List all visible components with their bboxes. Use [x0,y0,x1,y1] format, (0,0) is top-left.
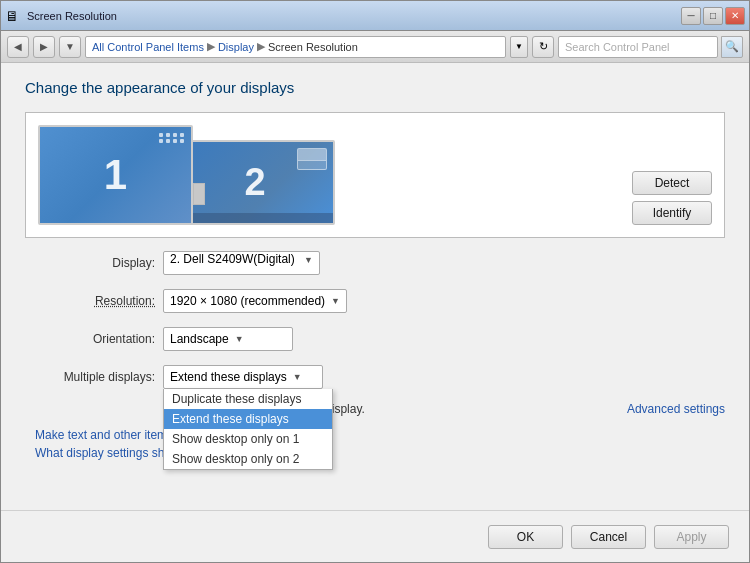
display-label: Display: [25,256,155,270]
close-button[interactable]: ✕ [725,7,745,25]
monitor-2-number: 2 [244,161,265,204]
dot-4 [180,133,184,137]
forward-button[interactable]: ▶ [33,36,55,58]
monitor-1-dots [159,133,185,143]
resolution-label: Resolution: [25,294,155,308]
multiple-displays-select[interactable]: Extend these displays ▼ [163,365,323,389]
breadcrumb-sep-2: ▶ [257,40,265,53]
make-text-larger-link[interactable]: Make text and other items larger or smal… [35,428,725,442]
multiple-displays-dropdown-menu: Duplicate these displays Extend these di… [163,389,333,470]
multiple-displays-dropdown-container: Extend these displays ▼ Duplicate these … [163,365,323,389]
cancel-button[interactable]: Cancel [571,525,646,549]
dot-2 [166,133,170,137]
identify-button[interactable]: Identify [632,201,712,225]
monitor-preview-inner: 1 2 [38,125,632,225]
dot-8 [180,139,184,143]
display-select[interactable]: 2. Dell S2409W(Digital) ▼ [163,251,320,275]
display-settings-help-link[interactable]: What display settings should I choose? [35,446,725,460]
maximize-button[interactable]: □ [703,7,723,25]
search-button[interactable]: 🔍 [721,36,743,58]
detect-button[interactable]: Detect [632,171,712,195]
title-bar: 🖥 Screen Resolution ─ □ ✕ [1,1,749,31]
minimize-button[interactable]: ─ [681,7,701,25]
dot-5 [159,139,163,143]
search-input-box[interactable]: Search Control Panel [558,36,718,58]
resolution-select[interactable]: 1920 × 1080 (recommended) ▼ [163,289,347,313]
monitor-2-thumbnail [297,148,327,170]
orientation-label: Orientation: [25,332,155,346]
breadcrumb-current: Screen Resolution [268,41,358,53]
back-button[interactable]: ◀ [7,36,29,58]
monitor-2-taskbar [177,213,333,223]
dot-1 [159,133,163,137]
recent-pages-button[interactable]: ▼ [59,36,81,58]
search-placeholder: Search Control Panel [565,41,670,53]
monitor-connector [193,183,205,205]
detect-identify-buttons: Detect Identify [632,171,712,225]
title-bar-buttons: ─ □ ✕ [681,7,745,25]
dropdown-item-duplicate[interactable]: Duplicate these displays [164,389,332,409]
dot-7 [173,139,177,143]
page-title: Change the appearance of your displays [25,79,725,96]
orientation-select-arrow: ▼ [235,334,244,344]
dropdown-item-desktop2[interactable]: Show desktop only on 2 [164,449,332,469]
monitor-1-display[interactable]: 1 [38,125,193,225]
dot-6 [166,139,170,143]
breadcrumb-control-panel[interactable]: All Control Panel Items [92,41,204,53]
resolution-row: Resolution: 1920 × 1080 (recommended) ▼ [25,288,725,314]
multiple-displays-row: Multiple displays: Extend these displays… [25,364,725,390]
title-bar-left: 🖥 Screen Resolution [5,8,117,24]
display-select-value: 2. Dell S2409W(Digital) [170,252,295,266]
status-row: This is currently your selected display.… [25,402,725,416]
dot-3 [173,133,177,137]
monitor-preview-box: 1 2 Detect I [25,112,725,238]
links-section: Make text and other items larger or smal… [25,428,725,460]
breadcrumb-sep-1: ▶ [207,40,215,53]
orientation-select[interactable]: Landscape ▼ [163,327,293,351]
breadcrumb-bar[interactable]: All Control Panel Items ▶ Display ▶ Scre… [85,36,506,58]
advanced-settings-link[interactable]: Advanced settings [627,402,725,416]
multiple-displays-arrow: ▼ [293,372,302,382]
multiple-displays-value: Extend these displays [170,370,287,384]
display-row: Display: 2. Dell S2409W(Digital) ▼ [25,250,725,276]
resolution-select-arrow: ▼ [331,296,340,306]
orientation-select-value: Landscape [170,332,229,346]
dropdown-item-extend[interactable]: Extend these displays [164,409,332,429]
multiple-displays-label: Multiple displays: [25,370,155,384]
dropdown-item-desktop1[interactable]: Show desktop only on 1 [164,429,332,449]
title-bar-title: Screen Resolution [27,10,117,22]
orientation-row: Orientation: Landscape ▼ [25,326,725,352]
ok-button[interactable]: OK [488,525,563,549]
breadcrumb-display[interactable]: Display [218,41,254,53]
bottom-bar: OK Cancel Apply [1,510,749,562]
resolution-select-value: 1920 × 1080 (recommended) [170,294,325,308]
address-dropdown-button[interactable]: ▼ [510,36,528,58]
monitor-1-number: 1 [104,151,127,199]
display-select-arrow: ▼ [304,255,313,265]
main-content: Change the appearance of your displays [1,63,749,510]
main-window: 🖥 Screen Resolution ─ □ ✕ ◀ ▶ ▼ All Cont… [0,0,750,563]
refresh-button[interactable]: ↻ [532,36,554,58]
address-bar: ◀ ▶ ▼ All Control Panel Items ▶ Display … [1,31,749,63]
apply-button[interactable]: Apply [654,525,729,549]
